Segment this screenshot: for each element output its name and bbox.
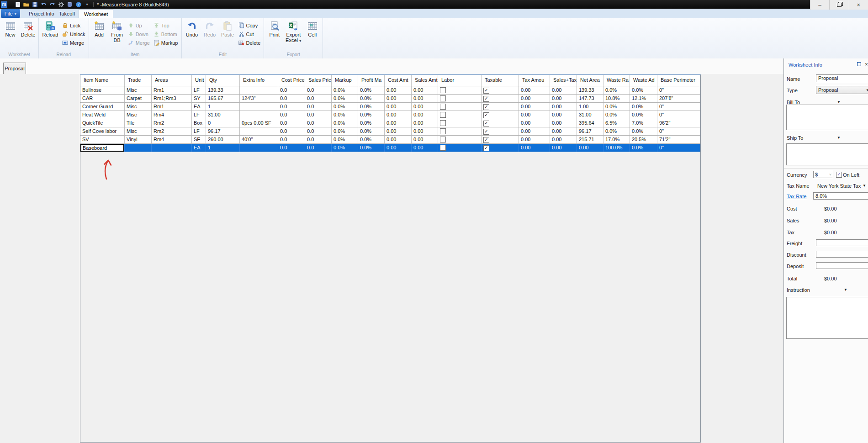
cell[interactable]: 0.0%	[630, 111, 657, 119]
cell[interactable]	[152, 144, 192, 152]
cell[interactable]: 0.00	[385, 136, 412, 143]
cell[interactable]: EA	[192, 103, 206, 111]
cell[interactable]: 0.00	[519, 119, 550, 127]
cell[interactable]	[438, 144, 482, 152]
cell[interactable]: 0.00	[412, 136, 438, 143]
ship-to-textarea[interactable]	[786, 143, 868, 165]
cell[interactable]: 0.0	[305, 95, 332, 102]
from-db-button[interactable]: From DB	[108, 19, 126, 43]
cell[interactable]: 0.0%	[332, 119, 358, 127]
cell[interactable]: 0.0	[305, 119, 332, 127]
cell[interactable]: 0"	[657, 103, 700, 111]
bill-to-dropdown-icon[interactable]: ▼	[837, 100, 841, 104]
column-header-cost-amt[interactable]: Cost Amt	[385, 75, 412, 86]
column-header-net-area[interactable]: Net Area	[577, 75, 603, 86]
column-header-sales-tax[interactable]: Sales+Tax	[550, 75, 577, 86]
cell[interactable]	[438, 86, 482, 94]
cell[interactable]: 0.00	[412, 119, 438, 127]
column-header-sales-amt[interactable]: Sales Amt	[412, 75, 438, 86]
cell[interactable]: Baseboard	[80, 144, 125, 152]
checked-checkbox[interactable]: ✓	[483, 129, 489, 135]
settings-gear-icon[interactable]	[58, 1, 64, 7]
freight-input[interactable]	[816, 239, 868, 246]
cell[interactable]: 40'0"	[240, 136, 278, 143]
cell[interactable]: 0.00	[577, 144, 603, 152]
table-row[interactable]: CARCarpetRm1;Rm3SY165.67124'3"0.00.00.0%…	[80, 95, 700, 103]
panel-close-icon[interactable]: ×	[865, 61, 868, 68]
cell[interactable]: 0.0%	[603, 111, 630, 119]
cell[interactable]: 0.0%	[332, 136, 358, 143]
discount-input[interactable]	[816, 251, 868, 258]
cell[interactable]: Misc	[125, 86, 152, 94]
redo-button[interactable]: Redo	[201, 19, 219, 37]
cell[interactable]: Misc	[125, 127, 152, 135]
cell-edit-input[interactable]: Baseboard	[80, 144, 124, 152]
cell[interactable]: 0.0%	[603, 127, 630, 135]
column-header-areas[interactable]: Areas	[152, 75, 192, 86]
cell[interactable]: Rm1;Rm3	[152, 95, 192, 102]
cell[interactable]: 0.0%	[332, 95, 358, 102]
cell[interactable]: LF	[192, 86, 206, 94]
column-header-waste-ad[interactable]: Waste Ad	[630, 75, 657, 86]
cell[interactable]: 0.0%	[358, 127, 385, 135]
on-left-checkbox[interactable]: ✓	[836, 172, 842, 178]
delete-rows-button[interactable]: Delete	[237, 38, 263, 47]
cell[interactable]: 0.00	[412, 111, 438, 119]
cell[interactable]	[240, 103, 278, 111]
cell[interactable]: 0.00	[550, 103, 577, 111]
cell[interactable]: Rm1	[152, 103, 192, 111]
tab-proposal-worksheet[interactable]: Proposal	[3, 63, 26, 74]
lock-button[interactable]: Lock	[60, 21, 87, 30]
cell[interactable]: 0.0%	[630, 103, 657, 111]
cell[interactable]: 0.0%	[630, 144, 657, 152]
cell[interactable]: 31.00	[206, 111, 240, 119]
column-header-qty[interactable]: Qty	[206, 75, 240, 86]
column-header-unit[interactable]: Unit	[192, 75, 206, 86]
cell[interactable]: 0.0%	[358, 103, 385, 111]
cell[interactable]: 0	[206, 119, 240, 127]
cell[interactable]: 0.00	[385, 103, 412, 111]
cell[interactable]: SF	[192, 136, 206, 143]
cell[interactable]: 0"	[657, 127, 700, 135]
cell[interactable]: 0pcs 0.00 SF	[240, 119, 278, 127]
cell[interactable]: Corner Guard	[80, 103, 125, 111]
move-bottom-button[interactable]: Bottom	[152, 30, 180, 38]
cell[interactable]: 165.67	[206, 95, 240, 102]
cell[interactable]: SY	[192, 95, 206, 102]
cell[interactable]: 0.00	[385, 127, 412, 135]
cell[interactable]: 0.0	[305, 127, 332, 135]
cell[interactable]: 0.00	[385, 119, 412, 127]
ship-to-dropdown-icon[interactable]: ▼	[837, 136, 841, 140]
column-header-taxable[interactable]: Taxable	[482, 75, 519, 86]
cell[interactable]: Bullnose	[80, 86, 125, 94]
cell[interactable]: Self Cove labor	[80, 127, 125, 135]
merge-button[interactable]: Merge	[60, 38, 87, 47]
cell[interactable]: CAR	[80, 95, 125, 102]
cell[interactable]: 0.00	[412, 86, 438, 94]
tax-rate-link[interactable]: Tax Rate	[787, 194, 806, 199]
column-header-base-perimeter[interactable]: Base Perimeter	[657, 75, 700, 86]
cell[interactable]: 0.00	[385, 95, 412, 102]
cell[interactable]	[125, 144, 152, 152]
cell[interactable]: ✓	[482, 136, 519, 143]
cell[interactable]: 0.0%	[332, 127, 358, 135]
cell[interactable]: 96.17	[577, 127, 603, 135]
unlock-button[interactable]: Unlock	[60, 30, 87, 38]
cell[interactable]: 17.0%	[603, 136, 630, 143]
cell[interactable]: 0.00	[519, 111, 550, 119]
column-header-profit-ma[interactable]: Profit Ma	[358, 75, 385, 86]
unchecked-checkbox[interactable]	[440, 95, 446, 101]
unchecked-checkbox[interactable]	[440, 112, 446, 118]
cell[interactable]	[240, 127, 278, 135]
move-up-button[interactable]: Up	[126, 21, 152, 30]
cell[interactable]: 0.00	[550, 119, 577, 127]
new-document-icon[interactable]	[15, 1, 21, 7]
cell[interactable]: 0.0	[305, 111, 332, 119]
file-menu-button[interactable]: File ▾	[1, 9, 20, 18]
checked-checkbox[interactable]: ✓	[483, 112, 489, 118]
cell[interactable]: 0.0%	[358, 95, 385, 102]
cell[interactable]: 12.1%	[630, 95, 657, 102]
reload-button[interactable]: Reload	[40, 19, 60, 37]
cell[interactable]: 147.73	[577, 95, 603, 102]
redo-icon[interactable]	[49, 1, 55, 7]
